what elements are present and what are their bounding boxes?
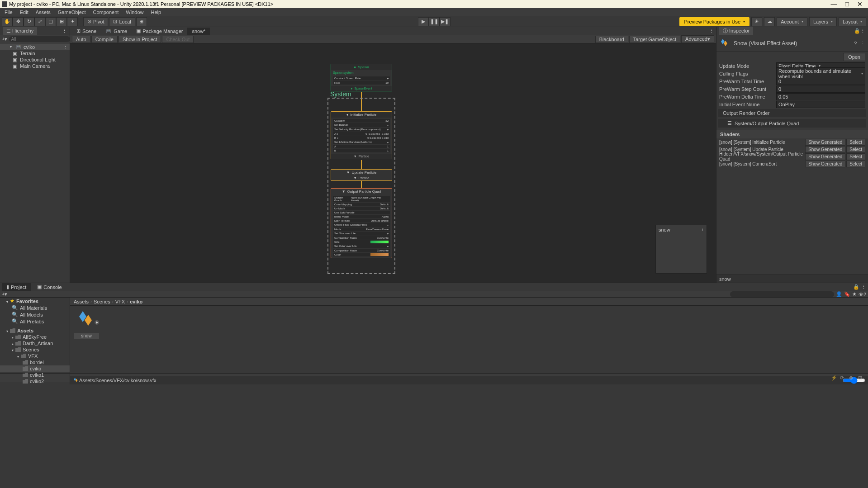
project-add-button[interactable]: +▾ [2, 291, 7, 297]
blackboard-button[interactable]: Blackboard [595, 36, 628, 43]
custom-tool-button[interactable]: ✦ [67, 17, 78, 26]
tab-game[interactable]: 🎮 Game [101, 27, 132, 35]
vfx-canvas[interactable]: ●Spawn Spawn system Constant Spawn Rate▾… [70, 43, 716, 283]
center-menu-icon[interactable]: ⋮ [709, 28, 714, 34]
folder-bordel[interactable]: bordel [0, 359, 70, 365]
drag-handle-icon[interactable]: ☰ [727, 120, 732, 126]
move-tool-button[interactable]: ✥ [13, 17, 24, 26]
preview-packages-badge[interactable]: Preview Packages in Use [679, 17, 749, 26]
favorite-all-prefabs[interactable]: 🔍All Prefabs [0, 318, 70, 325]
pause-button[interactable]: ❚❚ [429, 17, 440, 26]
cloud-icon[interactable]: ☁ [764, 17, 775, 26]
show-in-project-button[interactable]: Show in Project [119, 36, 161, 43]
search-filter-icon-1[interactable]: 👤 [836, 291, 842, 297]
project-lock-icon[interactable]: 🔒 [853, 284, 859, 290]
snap-toggle[interactable]: ⊞ [136, 17, 147, 26]
inspector-menu-icon[interactable]: ⋮ [860, 28, 865, 34]
project-menu-icon[interactable]: ⋮ [861, 284, 866, 290]
show-generated-button-1[interactable]: Show Generated [805, 146, 845, 153]
show-generated-button-3[interactable]: Show Generated [805, 161, 845, 167]
prop-initial-event-value[interactable]: OnPlay [776, 101, 865, 108]
initialize-particle-node[interactable]: ● Initialize Particle Capacity32 Set Bou… [331, 111, 392, 159]
help-icon[interactable]: ? [854, 41, 857, 46]
asset-snow[interactable]: ▶ snow [74, 309, 99, 339]
menu-component[interactable]: Component [90, 9, 121, 15]
select-button-0[interactable]: Select [846, 139, 865, 146]
rotate-tool-button[interactable]: ↻ [24, 17, 34, 26]
spawn-node[interactable]: ●Spawn Spawn system Constant Spawn Rate▾… [331, 64, 392, 91]
menu-help[interactable]: Help [148, 9, 164, 15]
layers-dropdown[interactable]: Layers [809, 17, 837, 26]
scene-row[interactable]: 🎮 cviko⋮ [0, 43, 70, 50]
select-button-2[interactable]: Select [846, 153, 865, 160]
project-search-input[interactable] [730, 291, 834, 297]
output-order-item[interactable]: System/Output Particle Quad [735, 121, 799, 126]
blackboard-panel[interactable]: snow+ [655, 225, 707, 274]
asset-play-icon[interactable]: ▶ [95, 320, 99, 325]
select-button-3[interactable]: Select [846, 161, 865, 167]
tab-package-manager[interactable]: ▣ Package Manager [132, 27, 187, 35]
hierarchy-add-button[interactable]: +▾ [2, 36, 7, 42]
breadcrumb-vfx[interactable]: VFX [115, 299, 125, 304]
hand-tool-button[interactable]: ✋ [2, 17, 13, 26]
folder-vfx[interactable]: VFX [0, 353, 70, 359]
tab-scene[interactable]: ⊞ Scene [72, 27, 101, 35]
hidden-count-icon[interactable]: 👁2 [859, 292, 866, 297]
output-particle-quad-node[interactable]: ▼ Output Particle Quad Shader GraphNone … [331, 188, 392, 258]
search-filter-icon-2[interactable]: 🔖 [844, 291, 850, 297]
play-button[interactable]: ▶ [418, 17, 429, 26]
checkout-button[interactable]: Check Out [162, 36, 194, 43]
inspector-tab[interactable]: ⓘ Inspector [719, 27, 753, 35]
update-particle-node[interactable]: ▼ Update Particle ▼ Particle [331, 169, 392, 181]
search-filter-icon-3[interactable]: ★ [852, 291, 857, 297]
show-generated-button-0[interactable]: Show Generated [805, 139, 845, 146]
prop-prewarm-delta-value[interactable]: 0.05 [776, 93, 865, 100]
favorites-header[interactable]: ★Favorites [0, 298, 70, 304]
status-icon-2[interactable]: ⟳ [840, 375, 846, 381]
prop-prewarm-total-value[interactable]: 0 [776, 78, 865, 85]
menu-assets[interactable]: Assets [33, 9, 53, 15]
tab-snow[interactable]: snow* [187, 28, 210, 35]
scale-tool-button[interactable]: ⤢ [34, 17, 45, 26]
breadcrumb-scenes[interactable]: Scenes [94, 299, 110, 304]
hierarchy-item-camera[interactable]: ▣Main Camera [0, 63, 70, 69]
minimize-button[interactable]: — [831, 0, 837, 8]
hierarchy-search-input[interactable] [9, 36, 70, 42]
open-button[interactable]: Open [843, 53, 865, 61]
hierarchy-tab[interactable]: ☰ Hierarchy [3, 27, 37, 35]
breadcrumb-cviko[interactable]: cviko [130, 299, 142, 304]
local-toggle[interactable]: ⊡Local [109, 17, 135, 26]
collab-icon[interactable]: ☀ [751, 17, 762, 26]
menu-window[interactable]: Window [123, 9, 146, 15]
status-icon-4[interactable]: ⊞ [858, 375, 864, 381]
layout-dropdown[interactable]: Layout [839, 17, 866, 26]
step-button[interactable]: ▶❚ [440, 17, 451, 26]
blackboard-add-button[interactable]: + [701, 227, 704, 232]
prop-prewarm-step-value[interactable]: 0 [776, 85, 865, 93]
favorite-all-models[interactable]: 🔍All Models [0, 311, 70, 318]
close-button[interactable]: ✕ [857, 0, 863, 8]
status-icon-3[interactable]: ⊗ [849, 375, 855, 381]
hierarchy-menu-icon[interactable]: ⋮ [62, 28, 67, 34]
menu-edit[interactable]: Edit [17, 9, 31, 15]
tab-project[interactable]: ▮ Project [2, 283, 31, 291]
pivot-toggle[interactable]: ⊙Pivot [83, 17, 108, 26]
compile-button[interactable]: Compile [91, 36, 118, 43]
transform-tool-button[interactable]: ⊞ [56, 17, 67, 26]
folder-allskyfree[interactable]: AllSkyFree [0, 334, 70, 340]
folder-cviko[interactable]: cviko [0, 365, 70, 372]
assets-header[interactable]: Assets [0, 327, 70, 334]
advanced-dropdown[interactable]: Advanced▾ [681, 35, 714, 43]
show-generated-button-2[interactable]: Show Generated [805, 153, 845, 160]
auto-compile-toggle[interactable]: Auto [72, 36, 90, 43]
account-dropdown[interactable]: Account [777, 17, 807, 26]
hierarchy-item-light[interactable]: ▣Directional Light [0, 57, 70, 63]
rect-tool-button[interactable]: ▢ [45, 17, 56, 26]
folder-cviko2[interactable]: cviko2 [0, 378, 70, 384]
menu-gameobject[interactable]: GameObject [55, 9, 89, 15]
hierarchy-item-terrain[interactable]: ▣Terrain [0, 50, 70, 57]
favorite-all-materials[interactable]: 🔍All Materials [0, 304, 70, 311]
maximize-button[interactable]: □ [845, 0, 849, 8]
tab-console[interactable]: ▣ Console [33, 283, 66, 291]
folder-cviko1[interactable]: cviko1 [0, 372, 70, 378]
